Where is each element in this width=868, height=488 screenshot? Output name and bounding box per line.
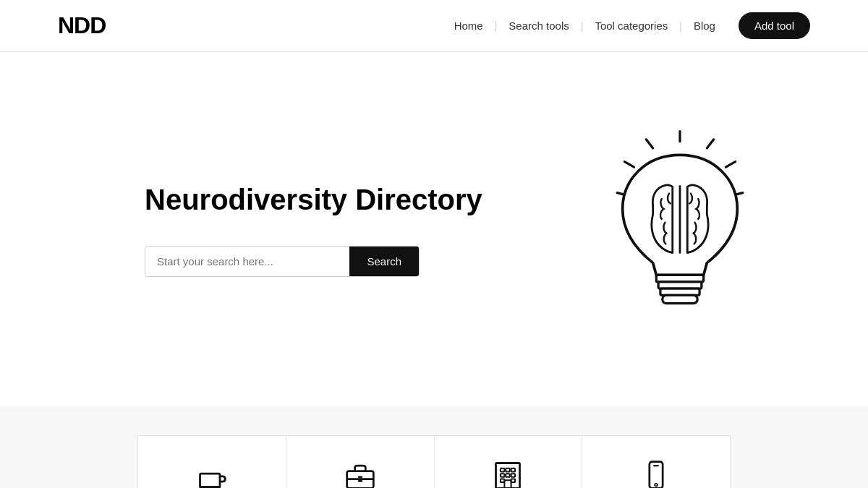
add-tool-button[interactable]: Add tool [739,12,810,39]
navbar: NDD Home | Search tools | Tool categorie… [0,0,868,52]
hero-illustration-container [579,128,781,330]
svg-line-2 [726,162,735,167]
nav-home[interactable]: Home [443,20,495,32]
coffee-icon [196,459,228,488]
category-cards-container [137,435,731,488]
svg-rect-18 [496,463,520,489]
category-card-work[interactable] [286,435,434,488]
nav-blog[interactable]: Blog [682,20,727,32]
category-card-organization[interactable] [434,435,582,488]
nav-tool-categories[interactable]: Tool categories [583,20,679,32]
phone-icon [640,459,672,488]
hero-title: Neurodiversity Directory [145,182,521,217]
briefcase-icon [344,459,376,488]
svg-rect-10 [663,295,698,303]
search-input[interactable] [145,247,349,276]
nav-links: Home | Search tools | Tool categories | … [443,12,810,39]
hero-section: Neurodiversity Directory Search [0,52,868,406]
building-icon [492,459,524,488]
svg-line-4 [624,162,634,167]
nav-search-tools[interactable]: Search tools [497,20,580,32]
svg-rect-12 [200,474,220,487]
category-section [0,406,868,488]
logo: NDD [58,12,106,39]
search-container: Search [145,246,420,277]
search-button[interactable]: Search [349,247,419,276]
category-card-mobile[interactable] [582,435,731,488]
hero-left: Neurodiversity Directory Search [145,182,521,277]
svg-line-3 [646,140,652,148]
brain-lightbulb-icon [579,128,781,330]
svg-line-1 [707,140,713,148]
category-card-daily-living[interactable] [137,435,286,488]
